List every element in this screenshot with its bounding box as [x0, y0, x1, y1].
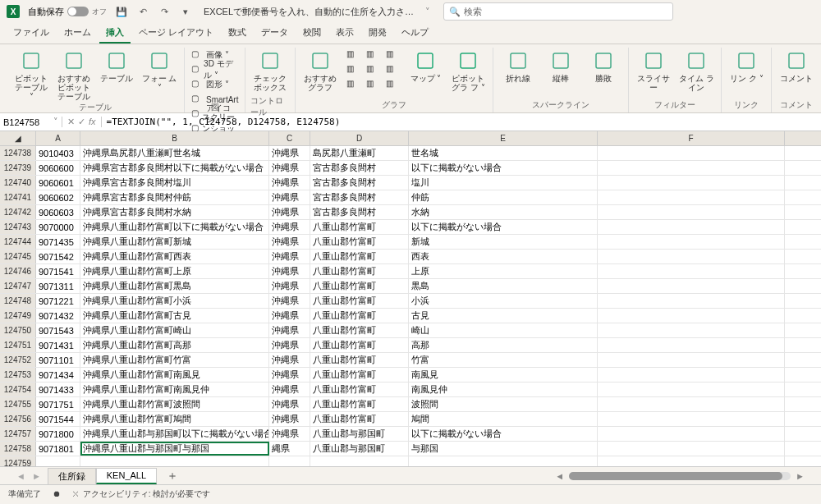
cell[interactable]: 9060603 [36, 205, 80, 219]
cell[interactable]: 沖縄県 [269, 235, 310, 249]
cell[interactable]: 八重山郡竹富町 [310, 309, 409, 323]
cell[interactable]: 西表 [409, 250, 598, 263]
cell[interactable]: 八重山郡竹富町 [310, 323, 409, 337]
cell[interactable]: 9060601 [36, 176, 80, 190]
cell[interactable]: 沖縄県 [269, 368, 310, 382]
search-input[interactable]: 🔍 検索 [443, 2, 673, 21]
column-header-D[interactable]: D [310, 131, 409, 145]
name-box[interactable]: B124758˅ [0, 117, 62, 127]
cell[interactable]: 塩川 [409, 176, 598, 190]
ribbon-button[interactable]: リン ク ˅ [727, 48, 766, 85]
ribbon-button[interactable]: おすすめ グラフ [300, 48, 340, 94]
column-header-A[interactable]: A [36, 131, 80, 145]
formula-input[interactable]: =TEXTJOIN("", 1, C124758, D124758, E1247… [102, 117, 821, 127]
cell[interactable]: 沖縄県八重山郡竹富町鳩間 [80, 412, 269, 426]
cell[interactable]: 宮古郡多良間村 [310, 205, 409, 219]
redo-icon[interactable]: ↷ [158, 5, 171, 18]
cell[interactable] [598, 146, 785, 160]
cell[interactable]: 崎山 [409, 323, 598, 337]
cell[interactable]: 沖縄県 [269, 353, 310, 367]
ribbon-button[interactable]: おすすめ ピボットテーブル [54, 48, 94, 103]
sheet-tab-住所録[interactable]: 住所録 [48, 468, 96, 484]
cell[interactable]: 9071435 [36, 235, 80, 249]
row-header[interactable]: 124752 [0, 353, 36, 367]
row-header[interactable]: 124742 [0, 205, 36, 219]
cell[interactable]: 以下に掲載がない場合 [409, 161, 598, 175]
column-header-B[interactable]: B [80, 131, 269, 145]
horizontal-scrollbar[interactable] [569, 472, 791, 480]
cell[interactable]: 沖縄県 [269, 190, 310, 204]
row-header[interactable]: 124750 [0, 323, 36, 337]
tab-ホーム[interactable]: ホーム [57, 23, 98, 44]
ribbon-button[interactable]: コメント [777, 48, 816, 85]
cell[interactable]: 沖縄県 [269, 309, 310, 323]
cell[interactable]: 沖縄県八重山郡与那国町以下に掲載がない場合 [80, 427, 269, 441]
enter-icon[interactable]: ✓ [78, 117, 85, 127]
ribbon-button[interactable]: テーブル [97, 48, 136, 85]
cell[interactable] [310, 456, 409, 466]
cell[interactable] [409, 456, 598, 466]
cell[interactable]: 新城 [409, 235, 598, 249]
cell[interactable]: 9070000 [36, 220, 80, 234]
cell[interactable]: 沖縄県 [269, 412, 310, 426]
cell[interactable]: 沖縄県 [269, 146, 310, 160]
select-all-corner[interactable]: ◢ [0, 131, 36, 145]
cell[interactable]: 9071801 [36, 442, 80, 456]
cell[interactable]: 沖縄県 [269, 323, 310, 337]
row-header[interactable]: 124747 [0, 279, 36, 293]
tab-表示[interactable]: 表示 [329, 23, 360, 44]
cell[interactable] [598, 383, 785, 396]
cell[interactable] [598, 294, 785, 308]
cell[interactable]: 南風見 [409, 368, 598, 382]
ribbon-button[interactable]: ▢図形 ˅ [190, 77, 240, 92]
cell[interactable] [598, 412, 785, 426]
cell[interactable] [80, 456, 269, 466]
cell[interactable] [598, 397, 785, 411]
cell[interactable] [598, 353, 785, 367]
cell[interactable]: 沖縄県 [269, 220, 310, 234]
cell[interactable] [598, 235, 785, 249]
cell[interactable]: 9071544 [36, 412, 80, 426]
cell[interactable]: 9071800 [36, 427, 80, 441]
cell[interactable]: 高那 [409, 338, 598, 352]
cell[interactable]: 八重山郡竹富町 [310, 235, 409, 249]
row-header[interactable]: 124751 [0, 338, 36, 352]
save-icon[interactable]: 💾 [115, 5, 128, 18]
sheet-tab-KEN_ALL[interactable]: KEN_ALL [96, 468, 157, 484]
cell[interactable]: 沖縄県 [269, 397, 310, 411]
cell[interactable]: 八重山郡与那国町 [310, 442, 409, 456]
ribbon-button[interactable]: ピボットグラ フ ˅ [448, 48, 488, 94]
chart-type-button[interactable]: ▥ [345, 48, 363, 62]
column-header-F[interactable]: F [598, 131, 785, 145]
cell[interactable]: 竹富 [409, 353, 598, 367]
cancel-icon[interactable]: ✕ [67, 117, 75, 127]
cell[interactable]: 宮古郡多良間村 [310, 190, 409, 204]
cell[interactable] [598, 279, 785, 293]
chart-type-button[interactable]: ▥ [345, 62, 363, 77]
cell[interactable]: 9071541 [36, 264, 80, 278]
chart-type-button[interactable]: ▥ [384, 77, 402, 92]
row-header[interactable]: 124753 [0, 368, 36, 382]
cell[interactable]: 沖縄県 [269, 279, 310, 293]
cell[interactable]: 八重山郡竹富町 [310, 279, 409, 293]
cell[interactable]: 与那国 [409, 442, 598, 456]
row-header[interactable]: 124744 [0, 235, 36, 249]
cell[interactable]: 沖縄県島尻郡八重瀬町世名城 [80, 146, 269, 160]
cell[interactable]: 沖縄県八重山郡与那国町与那国 [80, 442, 269, 456]
cell[interactable] [598, 368, 785, 382]
cell[interactable]: 沖縄県 [269, 338, 310, 352]
cell[interactable]: 八重山郡竹富町 [310, 294, 409, 308]
chart-type-button[interactable]: ▥ [384, 48, 402, 62]
row-header[interactable]: 124745 [0, 250, 36, 263]
cell[interactable]: 沖縄県八重山郡竹富町小浜 [80, 294, 269, 308]
macro-record-icon[interactable]: ⏺ [53, 489, 61, 498]
row-header[interactable]: 124749 [0, 309, 36, 323]
cell[interactable]: 沖縄県八重山郡竹富町崎山 [80, 323, 269, 337]
title-dropdown-icon[interactable]: ˅ [425, 7, 430, 17]
row-header[interactable]: 124743 [0, 220, 36, 234]
add-sheet-button[interactable]: ＋ [158, 467, 186, 485]
tab-ページ レイアウト[interactable]: ページ レイアウト [132, 23, 220, 44]
cell[interactable]: 沖縄県 [269, 205, 310, 219]
cell[interactable]: 古見 [409, 309, 598, 323]
cell[interactable]: 9010403 [36, 146, 80, 160]
